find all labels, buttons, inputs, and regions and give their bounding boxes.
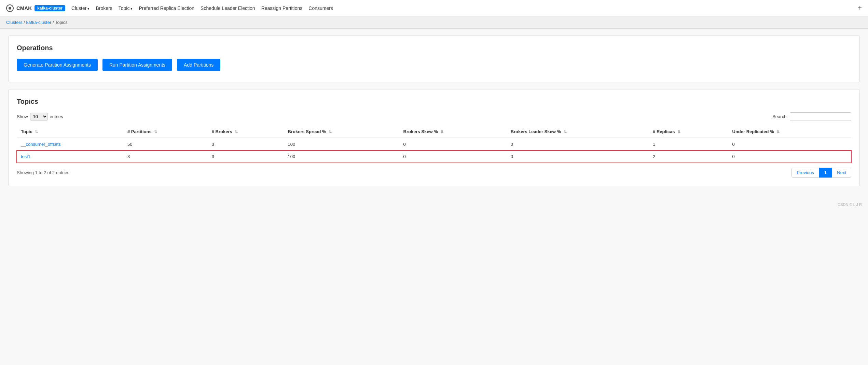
table-row: test1331000020 [17, 151, 851, 163]
topics-table: Topic ⇅ # Partitions ⇅ # Brokers ⇅ Broke… [17, 126, 851, 163]
entries-label: entries [50, 114, 63, 119]
topics-header-row: Topic ⇅ # Partitions ⇅ # Brokers ⇅ Broke… [17, 126, 851, 138]
sort-icon-under-replicated: ⇅ [776, 130, 780, 134]
brand-icon [6, 4, 14, 12]
operations-buttons: Generate Partition Assignments Run Parti… [17, 59, 851, 74]
brand: CMAK kafka-cluster [6, 4, 65, 12]
breadcrumb-kafka-cluster[interactable]: kafka-cluster [26, 20, 52, 25]
navbar-item-reassign[interactable]: Reassign Partitions [261, 5, 303, 11]
breadcrumb-sep2: / [53, 20, 55, 25]
cluster-badge[interactable]: kafka-cluster [35, 5, 65, 11]
navbar-item-topic[interactable]: Topic [119, 5, 133, 11]
sort-icon-topic: ⇅ [35, 130, 38, 134]
breadcrumb: Clusters / kafka-cluster / Topics [0, 16, 868, 29]
topics-card: Topics Show 10 25 50 100 entries Search: [8, 89, 860, 186]
main-content: Operations Generate Partition Assignment… [0, 29, 868, 200]
show-entries: Show 10 25 50 100 entries [17, 113, 63, 121]
navbar-item-schedule-leader[interactable]: Schedule Leader Election [201, 5, 255, 11]
entries-select[interactable]: 10 25 50 100 [30, 113, 48, 121]
search-label: Search: [772, 114, 788, 119]
footer-text: CSDN © L J R [838, 202, 862, 207]
search-box: Search: [772, 112, 851, 121]
sort-icon-replicas: ⇅ [677, 130, 680, 134]
current-page: 1 [819, 168, 832, 178]
sort-icon-brokers-spread: ⇅ [329, 130, 332, 134]
breadcrumb-sep1: / [24, 20, 26, 25]
col-brokers-skew[interactable]: Brokers Skew % ⇅ [399, 126, 507, 138]
col-partitions[interactable]: # Partitions ⇅ [123, 126, 208, 138]
col-replicas[interactable]: # Replicas ⇅ [649, 126, 728, 138]
add-partitions-button[interactable]: Add Partitions [177, 59, 220, 71]
brand-name: CMAK [16, 5, 32, 11]
previous-button[interactable]: Previous [791, 168, 819, 178]
sort-icon-partitions: ⇅ [154, 130, 157, 134]
footer: CSDN © L J R [0, 200, 868, 209]
topics-table-body: __consumer_offsets5031000010test13310000… [17, 138, 851, 163]
navbar-item-brokers[interactable]: Brokers [96, 5, 112, 11]
table-row: __consumer_offsets5031000010 [17, 138, 851, 151]
sort-icon-brokers-skew: ⇅ [440, 130, 443, 134]
navbar-item-cluster[interactable]: Cluster [71, 5, 89, 11]
run-partition-assignments-button[interactable]: Run Partition Assignments [102, 59, 172, 71]
showing-text: Showing 1 to 2 of 2 entries [17, 170, 69, 175]
col-topic[interactable]: Topic ⇅ [17, 126, 123, 138]
col-brokers-spread[interactable]: Brokers Spread % ⇅ [284, 126, 399, 138]
sort-icon-brokers: ⇅ [235, 130, 238, 134]
navbar-item-consumers[interactable]: Consumers [308, 5, 333, 11]
topics-table-header: Topic ⇅ # Partitions ⇅ # Brokers ⇅ Broke… [17, 126, 851, 138]
breadcrumb-topics: Topics [55, 20, 68, 25]
navbar: CMAK kafka-cluster Cluster Brokers Topic… [0, 0, 868, 16]
navbar-item-preferred-replica[interactable]: Preferred Replica Election [139, 5, 194, 11]
col-under-replicated[interactable]: Under Replicated % ⇅ [728, 126, 851, 138]
col-brokers[interactable]: # Brokers ⇅ [208, 126, 284, 138]
search-input[interactable] [790, 112, 851, 121]
add-icon[interactable]: + [858, 4, 862, 12]
next-button[interactable]: Next [832, 168, 851, 178]
sort-icon-brokers-leader-skew: ⇅ [564, 130, 567, 134]
pagination-bar: Showing 1 to 2 of 2 entries Previous 1 N… [17, 168, 851, 178]
topics-controls: Show 10 25 50 100 entries Search: [17, 112, 851, 121]
topic-link[interactable]: __consumer_offsets [21, 142, 61, 147]
breadcrumb-clusters[interactable]: Clusters [6, 20, 23, 25]
generate-partition-assignments-button[interactable]: Generate Partition Assignments [17, 59, 98, 71]
col-brokers-leader-skew[interactable]: Brokers Leader Skew % ⇅ [507, 126, 649, 138]
topic-link[interactable]: test1 [21, 154, 30, 159]
operations-title: Operations [17, 44, 851, 52]
topics-title: Topics [17, 98, 851, 106]
pagination-controls: Previous 1 Next [791, 168, 851, 178]
operations-card: Operations Generate Partition Assignment… [8, 36, 860, 82]
show-label: Show [17, 114, 28, 119]
